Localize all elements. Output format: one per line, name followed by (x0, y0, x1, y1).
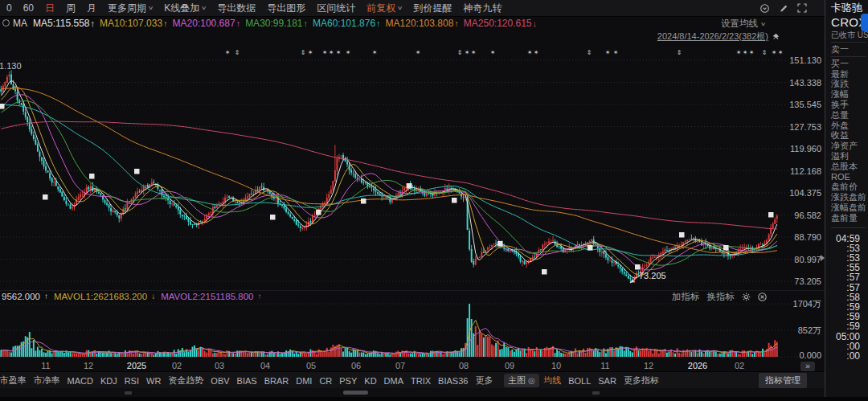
low-price-annotation: 73.205 (639, 271, 666, 280)
volume-chart[interactable]: 1704万852万0.000 (0, 301, 825, 360)
svg-text:⇕: ⇕ (762, 49, 768, 56)
quote-label-涨幅: 涨幅 (831, 89, 868, 100)
indicator-tab-CR[interactable]: CR (317, 376, 335, 386)
ma-toggle[interactable]: MA (2, 18, 27, 29)
visible-range-row[interactable]: 2024/8/14-2026/2/23(382根) (657, 31, 780, 43)
stock-name: 卡骆驰 (831, 2, 868, 14)
scrollbar-mark-right[interactable] (592, 391, 600, 395)
indicator-tab-市盈率[interactable]: 市盈率 (0, 374, 29, 387)
indicator-tab-更多[interactable]: 更多 (473, 374, 496, 387)
svg-text:73.205: 73.205 (794, 276, 821, 286)
quote-label-涨跌: 涨跌 (831, 79, 868, 89)
indicator-tab-BIAS36[interactable]: BIAS36 (436, 376, 471, 386)
divider (831, 56, 866, 57)
date-label-0: 11 (41, 361, 50, 370)
horizontal-scrollbar[interactable] (0, 388, 825, 397)
ma-indicator-row: MA MA5:115.558↑MA10:107.033↑MA20:100.687… (0, 16, 726, 30)
scrollbar-mark-left[interactable] (125, 391, 132, 395)
history-dropdown-icon[interactable] (760, 3, 770, 14)
toolbar-item-10[interactable]: 前复权∨ (361, 2, 407, 15)
toolbar-item-1[interactable]: 60 (18, 2, 39, 14)
quote-label-外盘: 外盘 (831, 121, 868, 131)
indicator-tab-TRIX[interactable]: TRIX (408, 376, 434, 386)
mavol-line-MAVOL1 (1, 320, 777, 354)
quote-label-总量: 总量 (831, 110, 868, 121)
toolbar-item-8[interactable]: 导出图形 (261, 2, 311, 15)
toolbar-item-5[interactable]: 更多周期∨ (102, 2, 158, 15)
toolbar-item-9[interactable]: 区间统计 (311, 2, 361, 15)
indicator-tab-BIAS[interactable]: BIAS (234, 376, 260, 386)
draw-pencil-icon[interactable] (779, 3, 788, 13)
price-gridlines (0, 60, 823, 281)
pin-icon[interactable] (772, 33, 780, 41)
indicator-tab-WR[interactable]: WR (144, 376, 164, 386)
date-label-5: 04 (260, 361, 270, 370)
indicator-tab-RSI[interactable]: RSI (121, 376, 141, 386)
quote-side-panel: 卡骆驰 CROX 已收市 US 卖一 买一最新涨跌涨幅换手总量外盘收益净资产溢利… (825, 0, 868, 401)
vol-arrow-0: ↑ (44, 292, 48, 301)
date-label-8: 07 (395, 361, 405, 370)
toolbar-item-7[interactable]: 导出数据 (211, 2, 261, 15)
event-markers: ✶⇕⇕✶✶✶✶✶✶✶⇕✶✶✶✶✶⇕✶✶⇕✶✶✶⇕✶✶ (225, 49, 784, 56)
indicator-manage-button[interactable]: 指标管理 (759, 373, 807, 388)
arrow-down-icon: ↓ (533, 18, 538, 28)
svg-text:✶: ✶ (527, 49, 533, 56)
toolbar-item-11[interactable]: 到价提醒 (407, 2, 457, 15)
indicator-tab-MACD[interactable]: MACD (64, 376, 96, 386)
quote-label-最新: 最新 (831, 69, 868, 80)
indicator-tab-DMA[interactable]: DMA (381, 376, 406, 386)
main-tab-BOLL[interactable]: BOLL (566, 376, 594, 386)
caret-down-icon: ∨ (397, 5, 403, 11)
ma-value-0: MA5:115.558↑ (33, 18, 95, 29)
indicator-tab-DMI[interactable]: DMI (293, 376, 315, 386)
arrow-up-icon: ↑ (376, 18, 381, 28)
quote-label-总股本: 总股本 (831, 162, 868, 172)
indicator-tab-BRAR[interactable]: BRAR (261, 376, 292, 386)
main-tab-均线[interactable]: 均线 (541, 374, 564, 387)
toolbar-item-2[interactable]: 日 (39, 2, 60, 15)
indicator-tab-KDJ[interactable]: KDJ (97, 376, 120, 386)
svg-text:151.130: 151.130 (789, 55, 821, 65)
toolbar-item-3[interactable]: 周 (60, 2, 81, 15)
fullscreen-icon[interactable] (797, 3, 807, 13)
svg-text:✶: ✶ (465, 49, 470, 56)
svg-text:⇕: ⇕ (677, 49, 682, 56)
scrollbar-thumb[interactable] (343, 391, 368, 395)
main-tab-更多指标[interactable]: 更多指标 (620, 374, 661, 387)
price-axis-labels: 151.130143.338135.545127.753119.960112.1… (789, 55, 821, 286)
quote-label-换手: 换手 (831, 100, 868, 110)
main-tab-主图[interactable]: 主图◎ (504, 374, 539, 387)
tick-time-5: :57 (831, 283, 868, 293)
ma-settings-button[interactable]: 设置均线 ∨ (721, 18, 765, 30)
svg-text:⇕: ⇕ (235, 49, 240, 56)
main-price-chart[interactable]: ✶⇕⇕✶✶✶✶✶✶✶⇕✶✶✶✶✶⇕✶✶⇕✶✶✶⇕✶✶73.2051.130151… (0, 45, 825, 291)
indicator-tabs-row: 市盈率市净率MACDKDJRSIWR资金趋势OBVBIASBRARDMICRPS… (0, 371, 825, 390)
ma-settings-label: 设置均线 (721, 18, 758, 30)
toolbar-icons (760, 0, 807, 16)
toolbar-item-12[interactable]: 神奇九转 (457, 2, 507, 15)
divider (831, 42, 866, 43)
toolbar-item-0[interactable]: 0 (1, 2, 18, 14)
caret-down-icon: ∨ (148, 5, 154, 11)
tick-time-4: :57 (831, 272, 868, 282)
indicator-tab-资金趋势[interactable]: 资金趋势 (166, 374, 207, 387)
panel-collapse-arrow[interactable] (821, 255, 825, 261)
divider (831, 227, 866, 228)
date-label-9: 08 (459, 361, 469, 370)
toolbar-item-4[interactable]: 月 (81, 2, 102, 15)
toolbar-item-6[interactable]: K线叠加∨ (158, 2, 211, 15)
indicator-tab-市净率[interactable]: 市净率 (31, 374, 63, 387)
ma-line-MA20 (1, 95, 777, 270)
main-tab-SAR[interactable]: SAR (596, 376, 620, 386)
visible-range-label[interactable]: 2024/8/14-2026/2/23(382根) (657, 31, 768, 43)
quote-label-ROE: ROE (831, 172, 868, 182)
indicator-tab-KD[interactable]: KD (362, 376, 379, 386)
svg-text:✶: ✶ (308, 49, 313, 56)
indicator-tab-PSY[interactable]: PSY (337, 376, 360, 386)
svg-text:✶: ✶ (534, 49, 539, 56)
date-label-4: 03 (215, 361, 224, 370)
indicator-tab-OBV[interactable]: OBV (208, 376, 232, 386)
scroll-next-button[interactable]: » (800, 362, 815, 371)
svg-text:✶: ✶ (416, 49, 421, 56)
quote-row-sell: 卖一 (831, 44, 868, 55)
